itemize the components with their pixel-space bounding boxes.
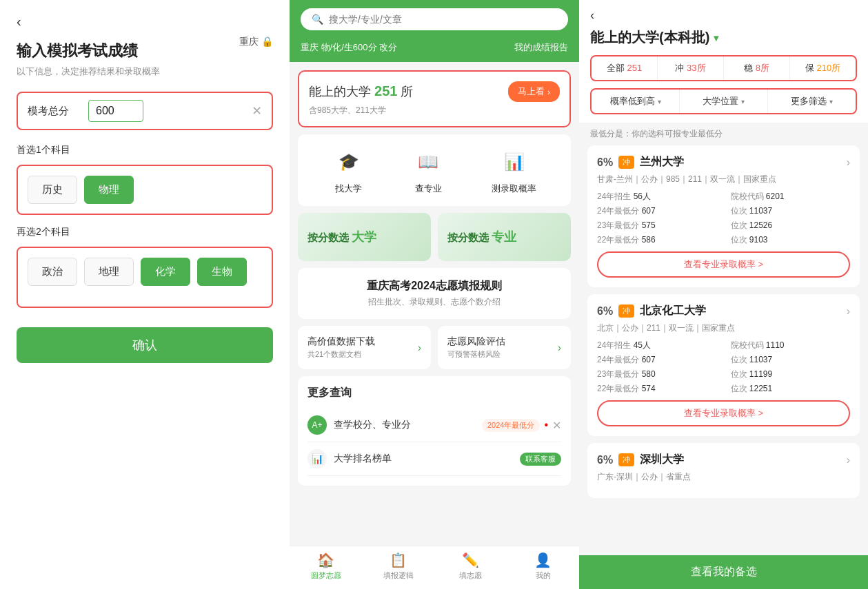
bjchem-stat-6: 22年最低分 574	[597, 383, 717, 395]
filter-all-count: 251	[627, 63, 642, 73]
nav-fill-label: 填志愿	[459, 570, 482, 581]
filter-location[interactable]: 大学位置 ▾	[680, 90, 768, 113]
lanzhou-name[interactable]: 兰州大学	[640, 155, 841, 169]
filter-tab-rush[interactable]: 冲 33所	[658, 56, 724, 80]
data-download-arrow: ›	[418, 342, 421, 354]
score-label: 模考总分	[28, 105, 69, 118]
filter-tab-stable[interactable]: 稳 8所	[724, 56, 790, 80]
risk-eval-label: 志愿风险评估	[447, 335, 505, 348]
query-item-ranking[interactable]: 📊 大学排名榜单 联系客服	[307, 442, 561, 476]
query-ranking-icon: 📊	[307, 449, 327, 468]
info-bar-right[interactable]: 我的成绩报告	[514, 41, 568, 54]
clear-icon[interactable]: ✕	[252, 103, 262, 118]
back-button[interactable]: ‹	[17, 14, 21, 30]
feature-find-university[interactable]: 🎓 找大学	[332, 145, 365, 195]
lanzhou-type-badge: 冲	[618, 156, 634, 169]
bjchem-stats: 24年招生 45人 院校代码 1110 24年最低分 607 位次 11037 …	[597, 340, 850, 395]
filter-probability[interactable]: 概率低到高 ▾	[592, 90, 680, 113]
lanzhou-stat-5: 位次 12526	[731, 220, 851, 231]
panel3-title-arrow[interactable]: ▾	[714, 32, 718, 43]
panel3-title-text: 能上的大学(本科批)	[590, 28, 709, 47]
info-bar: 重庆 物/化/生600分 改分 我的成绩报告	[290, 41, 579, 62]
subjects-box-2: 政治 地理 化学 生物	[17, 247, 273, 308]
query-scores-close[interactable]: ✕	[552, 419, 561, 432]
note-text: 最低分是：你的选科可报专业最低分	[579, 123, 868, 145]
nav-logic-icon: 📋	[390, 552, 407, 568]
subject-grid-2: 政治 地理 化学 生物	[28, 258, 262, 286]
bjchem-stat-5: 位次 11199	[731, 369, 851, 380]
feature-find-university-label: 找大学	[335, 183, 362, 195]
shenzhen-name[interactable]: 深圳大学	[640, 453, 841, 467]
score-input[interactable]	[88, 100, 143, 122]
data-download-card[interactable]: 高价值数据下载 共21个数据文档 ›	[298, 326, 431, 369]
filter-tabs: 全部 251 冲 33所 稳 8所 保 210所	[590, 55, 857, 81]
lanzhou-prob-num: 6%	[597, 156, 613, 169]
search-icon: 🔍	[312, 14, 323, 25]
risk-eval-sub: 可预警落榜风险	[447, 349, 505, 360]
feature-find-major[interactable]: 📖 查专业	[412, 145, 445, 195]
subject-biology[interactable]: 生物	[197, 258, 247, 286]
bjchem-name[interactable]: 北京化工大学	[640, 304, 841, 318]
query-ranking-label: 大学排名榜单	[334, 453, 392, 465]
nav-logic[interactable]: 📋 填报逻辑	[362, 552, 434, 581]
lanzhou-arrow: ›	[847, 156, 850, 169]
bjchem-stat-7: 位次 12251	[731, 383, 851, 395]
confirm-button[interactable]: 确认	[17, 327, 273, 363]
bjchem-view-prob-btn[interactable]: 查看专业录取概率 >	[597, 400, 850, 426]
select-by-score-university[interactable]: 按分数选 大学	[298, 213, 431, 261]
panel-main-app: 🔍 重庆 物/化/生600分 改分 我的成绩报告 能上的大学 251 所 马上看…	[290, 0, 579, 589]
filter-tab-all[interactable]: 全部 251	[592, 56, 658, 80]
query-scores-icon: A+	[307, 415, 327, 435]
filter-tab-safe[interactable]: 保 210所	[790, 56, 856, 80]
university-item-shenzhen: 6% 冲 深圳大学 › 广东-深圳｜公办｜省重点	[587, 443, 860, 498]
univ-count-prefix: 能上的大学	[309, 85, 374, 99]
rules-card[interactable]: 重庆高考2024志愿填报规则 招生批次、录取规则、志愿个数介绍	[298, 268, 571, 319]
bjchem-prob-badge: 6%	[597, 305, 613, 318]
info-bar-left: 重庆 物/化/生600分 改分	[301, 41, 397, 54]
select-by-score-major[interactable]: 按分数选 专业	[438, 213, 571, 261]
filter-rush-count: 33所	[687, 63, 705, 73]
search-bar[interactable]: 🔍	[301, 8, 568, 30]
panel3-back-button[interactable]: ‹	[590, 8, 857, 23]
university-item-bjchem: 6% 冲 北京化工大学 › 北京｜公办｜211｜双一流｜国家重点 24年招生 4…	[587, 294, 860, 436]
risk-eval-card[interactable]: 志愿风险评估 可预警落榜风险 ›	[438, 326, 571, 369]
lanzhou-stat-6: 22年最低分 586	[597, 234, 717, 246]
view-my-selection-button[interactable]: 查看我的备选	[579, 555, 868, 589]
major-icon: 📖	[412, 145, 445, 178]
subject-grid-1: 历史 物理	[28, 176, 262, 204]
nav-fill[interactable]: ✏️ 填志愿	[434, 552, 507, 581]
lanzhou-stat-2: 24年最低分 607	[597, 205, 717, 217]
nav-mine-icon: 👤	[534, 552, 552, 568]
feature-admission-rate[interactable]: 📊 测录取概率	[492, 145, 536, 195]
query-item-scores[interactable]: A+ 查学校分、专业分 2024年最低分 • ✕	[307, 409, 561, 442]
maishang-arrow: ›	[547, 87, 550, 97]
search-input[interactable]	[329, 14, 557, 25]
subject-history[interactable]: 历史	[28, 176, 77, 204]
lanzhou-view-prob-btn[interactable]: 查看专业录取概率 >	[597, 251, 850, 278]
filter-more[interactable]: 更多筛选 ▾	[768, 90, 856, 113]
red-dot: •	[544, 419, 548, 431]
university-card[interactable]: 能上的大学 251 所 马上看 › 含985大学、211大学	[298, 70, 571, 127]
page-subtitle: 以下信息，决定推荐结果和录取概率	[17, 65, 273, 78]
subject-geography[interactable]: 地理	[84, 258, 134, 286]
nav-zhiyuan[interactable]: 🏠 圆梦志愿	[290, 552, 362, 581]
univ-count-number: 251	[374, 83, 397, 99]
rules-sub: 招生批次、录取规则、志愿个数介绍	[309, 296, 560, 308]
select-major-text: 按分数选 专业	[447, 229, 516, 245]
subject-physics[interactable]: 物理	[84, 176, 134, 204]
section1-title: 首选1个科目	[17, 144, 273, 156]
bjchem-tags: 北京｜公办｜211｜双一流｜国家重点	[597, 322, 850, 334]
panel-input-scores: ‹ 重庆 🔒 输入模拟考试成绩 以下信息，决定推荐结果和录取概率 模考总分 ✕ …	[0, 0, 290, 589]
univ-sub: 含985大学、211大学	[309, 105, 560, 116]
subject-chemistry[interactable]: 化学	[141, 258, 190, 286]
shenzhen-arrow: ›	[847, 454, 850, 466]
nav-mine[interactable]: 👤 我的	[507, 552, 579, 581]
lanzhou-stat-1: 院校代码 6201	[731, 191, 851, 203]
maishang-button[interactable]: 马上看 ›	[508, 81, 560, 102]
risk-eval-arrow: ›	[558, 342, 561, 354]
lanzhou-stat-7: 位次 9103	[731, 234, 851, 246]
data-download-label: 高价值数据下载	[307, 335, 375, 348]
feature-find-major-label: 查专业	[415, 183, 442, 195]
bjchem-stat-2: 24年最低分 607	[597, 354, 717, 366]
subject-politics[interactable]: 政治	[28, 258, 77, 286]
